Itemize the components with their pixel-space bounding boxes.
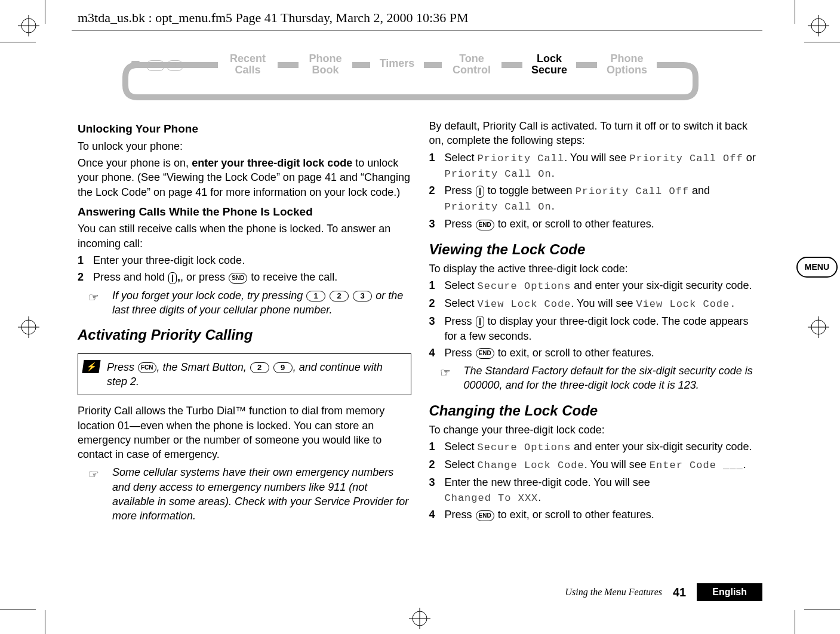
paragraph: Priority Call allows the Turbo Dial™ fun… (78, 404, 411, 461)
page-number: 41 (673, 584, 686, 601)
paragraph: You can still receive calls when the pho… (78, 221, 411, 251)
registration-mark-icon (409, 608, 430, 629)
footer-title: Using the Menu Features (565, 586, 661, 599)
page-footer: Using the Menu Features 41 English (565, 583, 762, 601)
note: ☞ If you forget your lock code, try pres… (88, 288, 411, 318)
nine-key-icon: 9 (273, 362, 293, 373)
scroll-icon (168, 272, 177, 284)
two-key-icon: 2 (330, 291, 349, 301)
step: 3 Press to display your three-digit lock… (429, 314, 763, 343)
heading-view-lock: Viewing the Lock Code (429, 240, 763, 259)
heading-unlocking: Unlocking Your Phone (78, 121, 411, 137)
menu-badge: MENU (796, 257, 838, 278)
scroll-icon (476, 316, 484, 328)
step: 1Enter your three-digit lock code. (78, 253, 411, 267)
hand-icon: ☞ (88, 290, 99, 306)
step: 4 Press END to exit, or scroll to other … (429, 507, 763, 522)
heading-priority: Activating Priority Calling (78, 325, 411, 344)
two-key-icon: 2 (250, 362, 269, 373)
step: 3 Enter the new three-digit code. You wi… (429, 475, 763, 505)
one-key-icon: 1 (167, 60, 183, 71)
step: 2 Press to toggle between Priority Call … (429, 183, 763, 214)
fcn-key-icon: FCN (146, 60, 165, 71)
nav-item: ToneControl (442, 53, 501, 76)
nav-item: PhoneBook (296, 53, 355, 76)
nav-item: Timers (367, 58, 427, 69)
fcn-key-icon: FCN (138, 362, 156, 373)
hand-icon: ☞ (88, 466, 99, 482)
step: 2 Press and hold ,, or press SND to rece… (78, 270, 411, 284)
registration-mark-icon (18, 15, 39, 36)
snd-key-icon: SND (229, 273, 247, 284)
three-key-icon: 3 (353, 291, 372, 301)
menu-breadcrumb: FCN 1 RecentCalls PhoneBook Timers ToneC… (78, 51, 762, 104)
nav-item: PhoneOptions (597, 53, 657, 76)
step: 2 Select View Lock Code. You will see Vi… (429, 296, 763, 312)
paragraph: Once your phone is on, enter your three-… (78, 156, 411, 199)
shortcut-box: ⚡ Press FCN, the Smart Button, 2 9, and … (78, 353, 411, 396)
nav-item-active: LockSecure (519, 53, 579, 76)
end-key-icon: END (476, 510, 494, 521)
registration-mark-icon (808, 15, 829, 36)
step: 1 Select Priority Call. You will see Pri… (429, 150, 763, 181)
led-icon (131, 61, 140, 67)
registration-mark-icon (808, 316, 829, 338)
step: 3 Press END to exit, or scroll to other … (429, 217, 763, 231)
step: 4 Press END to exit, or scroll to other … (429, 346, 763, 360)
note: ☞ Some cellular systems have their own e… (88, 465, 411, 523)
heading-answering: Answering Calls While the Phone Is Locke… (78, 204, 411, 220)
nav-item: RecentCalls (218, 53, 278, 76)
step: 2 Select Change Lock Code. You will see … (429, 457, 763, 473)
end-key-icon: END (476, 220, 494, 230)
registration-mark-icon (18, 316, 39, 338)
step: 1 Select Secure Options and enter your s… (429, 439, 763, 455)
hand-icon: ☞ (440, 365, 451, 381)
end-key-icon: END (476, 348, 494, 359)
paragraph: To change your three-digit lock code: (429, 423, 763, 437)
paragraph: To display the active three-digit lock c… (429, 261, 763, 276)
language-badge: English (697, 583, 762, 601)
doc-header: m3tda_us.bk : opt_menu.fm5 Page 41 Thurs… (78, 9, 468, 27)
shortcut-icon: ⚡ (82, 360, 100, 373)
one-key-icon: 1 (306, 291, 325, 301)
step: 1 Select Secure Options and enter your s… (429, 278, 763, 294)
scroll-icon (476, 186, 484, 198)
heading-change-lock: Changing the Lock Code (429, 401, 763, 420)
paragraph: To unlock your phone: (78, 139, 411, 153)
note: ☞ The Standard Factory default for the s… (440, 364, 763, 393)
paragraph: By default, Priority Call is activated. … (429, 119, 763, 148)
